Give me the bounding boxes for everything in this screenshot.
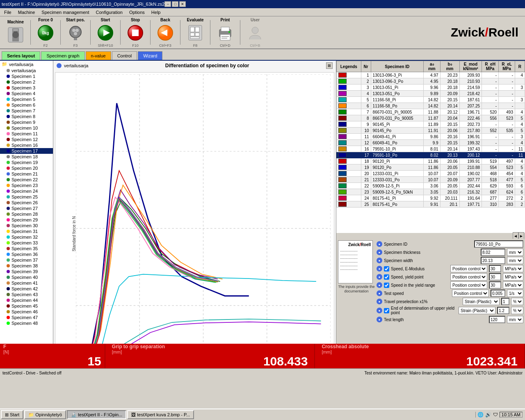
table-row[interactable]: 2 13013-096-3_Po 4.95 20.18 210.93 - - (337, 78, 525, 84)
specimen-item-17[interactable]: Specimen 17 (0, 148, 53, 154)
specimen-item-43[interactable]: Specimen 43 (0, 292, 53, 297)
speed-yield-checkbox[interactable] (384, 274, 389, 280)
minimize-button[interactable]: − (164, 1, 171, 7)
specimen-item-8[interactable]: Specimen 8 (0, 114, 53, 119)
table-row[interactable]: 12 66049-41_Po 9.9 20.15 199.32 - - 4 (337, 140, 525, 146)
tab-control[interactable]: Control (112, 51, 137, 60)
specimen-item-37[interactable]: Specimen 37 (0, 257, 53, 263)
specimen-item-10[interactable]: Specimen 10 (0, 125, 53, 131)
specimen-item-41[interactable]: Specimen 41 (0, 280, 53, 286)
specimen-id-input[interactable] (474, 240, 523, 248)
toolbar-evaluate-icon[interactable] (185, 23, 205, 43)
tab-wizard[interactable]: Wizard (138, 51, 162, 60)
menu-help[interactable]: Help (148, 9, 164, 16)
table-row[interactable]: 1 13013-096-3_Pi 4.97 20.23 209.93 - - 4 (337, 72, 525, 78)
toolbar-print[interactable]: Print Ctrl+D (213, 17, 237, 48)
speed-yield-value[interactable] (489, 273, 501, 281)
specimen-item-23[interactable]: Specimen 23 (0, 183, 53, 188)
toolbar-stop-icon[interactable] (126, 23, 145, 43)
specimen-item-35[interactable]: Specimen 35 (0, 246, 53, 251)
toolbar-force0-icon[interactable]: 0kg (36, 23, 55, 43)
table-row[interactable]: 20 12333-031_Pi 10.07 20.07 190.02 468 4… (337, 171, 525, 177)
specimen-item-18[interactable]: Specimen 18 (0, 154, 53, 160)
specimen-item-1[interactable]: Specimen 1 (0, 73, 53, 79)
speed-yield-range-checkbox[interactable] (384, 283, 389, 288)
specimen-item-24[interactable]: Specimen 24 (0, 188, 53, 194)
specimen-item-group[interactable]: vertailusarja (0, 68, 53, 73)
speed-yield-range-controller[interactable]: Position controllec (450, 281, 487, 289)
table-row[interactable]: 7 86670-031_Pi_90005 11.88 20.12 196.71 … (337, 109, 525, 115)
tab-nvalue[interactable]: n-value (86, 51, 111, 60)
specimen-item-47[interactable]: Specimen 47 (0, 315, 53, 320)
speed-yield-unit[interactable]: MPa/s (503, 273, 523, 281)
table-row[interactable]: 18 90120_Pi 11.86 20.06 199.91 519 497 4 (337, 158, 525, 164)
specimen-item-42[interactable]: Specimen 42 (0, 286, 53, 292)
speed-yield-controller[interactable]: Position controllec (450, 273, 487, 281)
speed-emod-checkbox[interactable] (384, 266, 389, 272)
test-speed-value[interactable] (491, 290, 505, 297)
maximize-button[interactable]: □ (172, 1, 178, 7)
test-speed-unit[interactable]: 1/s (507, 290, 523, 297)
toolbar-stop[interactable]: Stop F10 (123, 17, 148, 48)
specimen-item-28[interactable]: Specimen 28 (0, 211, 53, 217)
toolbar-startpos-icon[interactable] (66, 23, 85, 43)
table-row[interactable]: 23 59009-12-5_Po_50kN 3.05 20.03 216.32 … (337, 189, 525, 195)
table-row[interactable]: 6 11166-58_Po 14.82 20.14 207.25 - - (337, 103, 525, 109)
test-length-value[interactable] (489, 316, 505, 323)
table-row[interactable]: 19 90120_Po 11.86 20.05 210.88 554 523 5 (337, 164, 525, 171)
test-length-unit[interactable]: mm (507, 316, 523, 323)
specimen-item-46[interactable]: Specimen 46 (0, 309, 53, 315)
specimen-item-33[interactable]: Specimen 33 (0, 240, 53, 246)
travel-type[interactable]: Strain (Plastic) (463, 298, 500, 305)
specimen-group[interactable]: 📁 vertailusarja (0, 61, 53, 68)
specimen-item-21[interactable]: Specimen 21 (0, 171, 53, 177)
toolbar-user[interactable]: User Ctrl+B (243, 17, 267, 48)
toolbar-machine[interactable]: Machine (3, 19, 28, 46)
menu-machine[interactable]: Machine (15, 9, 39, 16)
toolbar-start[interactable]: Start Shft+F10 (93, 17, 118, 48)
specimen-item-48[interactable]: Specimen 48 (0, 320, 53, 326)
speed-emod-unit[interactable]: MPa/s (503, 265, 523, 272)
table-row[interactable]: 17 79591-10_Po 8.02 20.13 200.12 - - 11 (337, 152, 525, 158)
end-upper-value[interactable] (497, 307, 509, 314)
thickness-input[interactable] (481, 249, 505, 256)
menu-configuration[interactable]: Configuration (93, 9, 126, 16)
specimen-item-32[interactable]: Specimen 32 (0, 234, 53, 240)
specimen-item-3[interactable]: Specimen 3 (0, 85, 53, 91)
specimen-item-45[interactable]: Specimen 45 (0, 303, 53, 309)
specimen-item-36[interactable]: Specimen 36 (0, 251, 53, 257)
specimen-item-4[interactable]: Specimen 4 (0, 91, 53, 96)
table-row[interactable]: 3 13013-051_Pi 9.96 20.18 214.59 - - 3 (337, 84, 525, 91)
specimen-item-22[interactable]: Specimen 22 (0, 177, 53, 183)
specimen-item-29[interactable]: Specimen 29 (0, 217, 53, 223)
toolbar-start-icon[interactable] (96, 23, 115, 43)
tab-specimen[interactable]: Specimen graph (41, 51, 84, 60)
speed-emod-controller[interactable]: Position controllec (450, 265, 487, 272)
table-row[interactable]: 5 11166-58_Pi 14.82 20.15 187.61 - - 3 (337, 97, 525, 103)
speed-emod-value[interactable] (489, 265, 501, 272)
specimen-item-7[interactable]: Specimen 7 (0, 108, 53, 114)
close-button[interactable]: ✕ (179, 1, 186, 7)
folder-button[interactable]: 📁 Opinnäytetyö (24, 410, 66, 419)
specimen-item-30[interactable]: Specimen 30 (0, 223, 53, 228)
specimen-item-11[interactable]: Specimen 11 (0, 131, 53, 137)
travel-unit[interactable]: % (511, 298, 523, 305)
table-row[interactable]: 24 80175-41_Pi 9.92 20.111 191.64 277 27… (337, 195, 525, 201)
table-row[interactable]: 4 13013-051_Po 9.89 20.09 218.42 - - (337, 91, 525, 97)
testxpert2-button[interactable]: 🖼 testXpert kuva 2.bmp - P... (127, 410, 194, 419)
specimen-item-20[interactable]: Specimen 20 (0, 165, 53, 171)
specimen-item-40[interactable]: Specimen 40 (0, 274, 53, 280)
speed-yield-range-value[interactable] (489, 281, 501, 289)
specimen-item-12[interactable]: Specimen 12 (0, 137, 53, 142)
menu-options[interactable]: Options (126, 9, 148, 16)
width-input[interactable] (481, 257, 505, 264)
table-row[interactable]: 25 80175-41_Po 9.91 20.1 197.71 310 283 … (337, 201, 525, 208)
table-row[interactable]: 10 90145_Po 11.91 20.06 217.80 552 535 5 (337, 128, 525, 134)
tab-series[interactable]: Series layout (2, 51, 40, 60)
start-button[interactable]: ⊞ Start (1, 410, 23, 419)
end-upper-type[interactable]: Strain (Plastic) (459, 307, 495, 314)
testxpert-button[interactable]: 🔬 testXpert II - F:\Opin... (67, 410, 126, 419)
specimen-item-44[interactable]: Specimen 44 (0, 297, 53, 303)
table-row[interactable]: 16 79591-10_Pi 8.01 20.14 197.43 - - 11 (337, 146, 525, 152)
thickness-unit-select[interactable]: mm (507, 249, 523, 256)
